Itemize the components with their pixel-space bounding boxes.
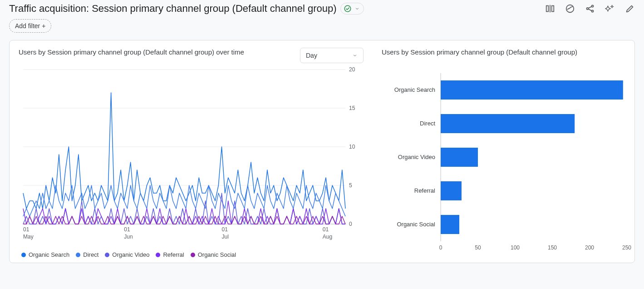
svg-text:10: 10 bbox=[349, 144, 355, 150]
chevron-down-icon bbox=[354, 6, 360, 11]
svg-point-7 bbox=[591, 10, 593, 12]
legend-item[interactable]: Direct bbox=[76, 251, 98, 258]
svg-text:15: 15 bbox=[349, 105, 355, 111]
verified-check-icon bbox=[344, 5, 352, 13]
legend-dot-icon bbox=[21, 253, 26, 257]
legend: Organic SearchDirectOrganic VideoReferra… bbox=[19, 247, 364, 258]
svg-rect-35 bbox=[441, 181, 462, 200]
legend-item[interactable]: Organic Video bbox=[105, 251, 149, 258]
svg-text:Direct: Direct bbox=[420, 120, 435, 127]
svg-text:01: 01 bbox=[23, 226, 29, 233]
svg-text:50: 50 bbox=[475, 244, 481, 251]
line-chart[interactable]: 0510152001May01Jun01Jul01Aug bbox=[19, 65, 364, 247]
panel-bar-chart: Users by Session primary channel group (… bbox=[382, 48, 636, 258]
legend-item[interactable]: Organic Social bbox=[191, 251, 236, 258]
legend-dot-icon bbox=[105, 253, 109, 257]
svg-text:Organic Video: Organic Video bbox=[398, 154, 435, 160]
compare-icon[interactable] bbox=[545, 4, 555, 14]
svg-text:20: 20 bbox=[349, 66, 355, 73]
svg-text:250: 250 bbox=[622, 244, 631, 251]
svg-text:100: 100 bbox=[511, 244, 520, 251]
svg-text:Referral: Referral bbox=[414, 187, 435, 194]
svg-point-5 bbox=[586, 8, 588, 10]
svg-text:01: 01 bbox=[221, 226, 228, 233]
sparkle-icon[interactable] bbox=[605, 4, 615, 14]
status-chip[interactable] bbox=[340, 3, 364, 15]
toolbar-icons bbox=[545, 4, 635, 14]
bar-chart-title: Users by Session primary channel group (… bbox=[382, 48, 636, 57]
svg-text:Jun: Jun bbox=[124, 234, 133, 240]
legend-item[interactable]: Referral bbox=[156, 251, 184, 258]
svg-text:Organic Social: Organic Social bbox=[397, 221, 435, 228]
granularity-value: Day bbox=[306, 52, 317, 59]
svg-text:150: 150 bbox=[548, 244, 557, 251]
chevron-down-icon bbox=[352, 53, 358, 58]
add-filter-label: Add filter + bbox=[15, 22, 45, 30]
insights-icon[interactable] bbox=[565, 4, 575, 14]
svg-text:Organic Search: Organic Search bbox=[394, 86, 435, 93]
legend-dot-icon bbox=[156, 253, 160, 257]
bar-chart[interactable]: Organic SearchDirectOrganic VideoReferra… bbox=[382, 64, 636, 255]
svg-text:01: 01 bbox=[323, 226, 329, 233]
svg-text:Aug: Aug bbox=[323, 234, 332, 240]
svg-text:01: 01 bbox=[124, 226, 130, 233]
svg-text:200: 200 bbox=[585, 244, 594, 251]
legend-label: Organic Social bbox=[198, 251, 236, 258]
legend-dot-icon bbox=[191, 253, 195, 257]
page-title: Traffic acquisition: Session primary cha… bbox=[9, 3, 337, 15]
svg-text:Jul: Jul bbox=[221, 234, 228, 240]
legend-label: Organic Search bbox=[29, 251, 69, 258]
panel-line-chart: Users by Session primary channel group (… bbox=[19, 48, 364, 258]
svg-text:0: 0 bbox=[439, 244, 442, 251]
svg-point-6 bbox=[591, 5, 593, 7]
legend-label: Referral bbox=[163, 251, 184, 258]
line-chart-title: Users by Session primary channel group (… bbox=[19, 48, 244, 57]
share-icon[interactable] bbox=[585, 4, 595, 14]
svg-rect-1 bbox=[546, 6, 549, 12]
report-card: Users by Session primary channel group (… bbox=[9, 40, 635, 263]
svg-rect-37 bbox=[441, 215, 459, 234]
svg-rect-33 bbox=[441, 148, 478, 167]
add-filter-button[interactable]: Add filter + bbox=[9, 19, 51, 33]
legend-item[interactable]: Organic Search bbox=[21, 251, 69, 258]
edit-icon[interactable] bbox=[625, 4, 635, 14]
svg-text:5: 5 bbox=[349, 182, 352, 189]
svg-text:May: May bbox=[23, 234, 34, 240]
legend-label: Direct bbox=[83, 251, 98, 258]
svg-rect-3 bbox=[552, 6, 554, 12]
legend-label: Organic Video bbox=[112, 251, 149, 258]
svg-text:0: 0 bbox=[349, 221, 352, 227]
granularity-select[interactable]: Day bbox=[300, 48, 364, 63]
svg-rect-31 bbox=[441, 114, 575, 133]
svg-point-0 bbox=[344, 5, 351, 12]
svg-point-4 bbox=[566, 5, 574, 13]
svg-rect-29 bbox=[441, 80, 623, 100]
legend-dot-icon bbox=[76, 253, 80, 257]
